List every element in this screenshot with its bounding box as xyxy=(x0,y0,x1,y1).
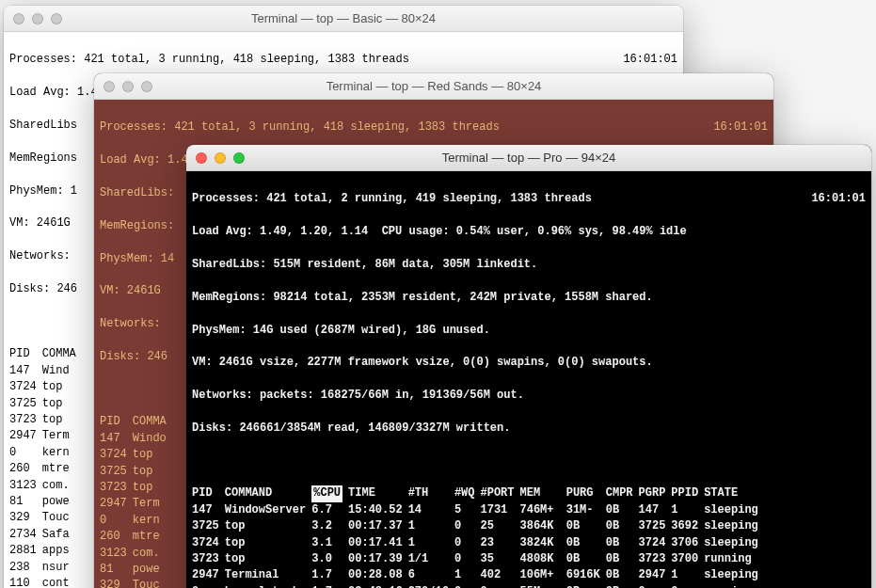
processes-line: Processes: 421 total, 3 running, 418 sle… xyxy=(9,52,409,68)
table-row: 2947Term xyxy=(9,428,82,444)
table-cell: 81 xyxy=(9,494,42,510)
table-cell: Windo xyxy=(133,431,172,447)
table-row: 3724top xyxy=(9,379,82,395)
table-cell: 0B xyxy=(606,502,639,518)
table-cell: 3.1 xyxy=(311,535,348,551)
table-cell: powe xyxy=(133,562,172,578)
process-table: PIDCOMMAND%CPUTIME#TH#WQ#PORTMEMPURGCMPR… xyxy=(192,485,764,588)
table-cell: 3864K xyxy=(520,518,566,534)
table-cell: 0 xyxy=(639,584,672,588)
table-cell: running xyxy=(704,551,764,567)
table-cell: sleeping xyxy=(704,535,764,551)
memregions-line: MemRegions: 98214 total, 2353M resident,… xyxy=(192,290,866,306)
table-cell: 2947 xyxy=(100,496,133,512)
table-cell: 106M+ xyxy=(520,567,566,583)
table-row: 260mtre xyxy=(9,461,82,477)
table-cell: 238 xyxy=(9,560,42,576)
column-header: MEM xyxy=(520,485,566,501)
table-row: 329Touc xyxy=(100,578,172,588)
table-cell: 3724 xyxy=(100,447,133,463)
titlebar[interactable]: Terminal — top — Basic — 80×24 xyxy=(4,6,683,32)
table-row: 3723top xyxy=(9,412,82,428)
table-cell: 3725 xyxy=(639,518,672,534)
table-cell: 2947 xyxy=(192,567,225,583)
traffic-lights xyxy=(104,81,152,92)
terminal-window-pro[interactable]: Terminal — top — Pro — 94×24 Processes: … xyxy=(186,145,871,588)
table-row: 81powe xyxy=(100,562,172,578)
titlebar[interactable]: Terminal — top — Red Sands — 80×24 xyxy=(94,73,773,100)
table-cell: 4808K xyxy=(520,551,566,567)
table-cell: top xyxy=(42,412,82,428)
close-icon[interactable] xyxy=(13,13,24,24)
vm-line: VM: 2461G vsize, 2277M framework vsize, … xyxy=(192,355,866,371)
table-cell: 3706 xyxy=(671,535,704,551)
table-row: 3123com. xyxy=(100,546,172,562)
table-cell: WindowServer xyxy=(225,502,311,518)
column-header: PPID xyxy=(671,485,704,501)
table-cell: 0 xyxy=(454,551,481,567)
table-cell: top xyxy=(225,518,311,534)
table-cell: 3725 xyxy=(100,464,133,480)
maximize-icon[interactable] xyxy=(233,152,245,164)
processes-line: Processes: 421 total, 3 running, 418 sle… xyxy=(100,119,500,135)
table-row: 3724top3.100:17.4110233824K0B0B37243706s… xyxy=(192,535,764,551)
table-cell: Touc xyxy=(133,578,172,588)
time-display: 16:01:01 xyxy=(713,119,768,135)
table-cell: 00:28.08 xyxy=(348,567,408,583)
window-title: Terminal — top — Basic — 80×24 xyxy=(4,11,683,25)
window-title: Terminal — top — Red Sands — 80×24 xyxy=(94,79,773,93)
window-title: Terminal — top — Pro — 94×24 xyxy=(186,151,871,165)
time-display: 16:01:01 xyxy=(623,52,677,68)
minimize-icon[interactable] xyxy=(215,152,226,164)
table-cell: 15:40.52 xyxy=(348,502,408,518)
maximize-icon[interactable] xyxy=(51,13,62,24)
table-cell: Wind xyxy=(42,363,82,379)
table-cell: nsur xyxy=(42,560,82,576)
table-cell: top xyxy=(42,396,82,412)
table-cell: 2947 xyxy=(639,567,672,583)
load-line: Load Avg: 1.49, 1.20, 1.14 CPU usage: 0.… xyxy=(192,224,866,240)
table-cell: kern xyxy=(133,513,172,529)
table-cell: 329 xyxy=(100,578,133,588)
table-row: 238nsur xyxy=(9,560,82,576)
column-header: PURG xyxy=(566,485,606,501)
table-row: 3725top xyxy=(9,396,82,412)
table-row: 147WindowServer6.715:40.521451731746M+31… xyxy=(192,502,764,518)
processes-line: Processes: 421 total, 2 running, 419 sle… xyxy=(192,191,592,207)
table-cell: 0B xyxy=(606,567,639,583)
table-cell: Terminal xyxy=(225,567,311,583)
titlebar[interactable]: Terminal — top — Pro — 94×24 xyxy=(186,145,871,171)
column-header: #PORT xyxy=(480,485,519,501)
column-header: PID xyxy=(9,346,42,362)
terminal-content[interactable]: Processes: 421 total, 2 running, 419 sle… xyxy=(186,171,871,588)
table-cell: Term xyxy=(42,428,82,444)
table-row: 3724top xyxy=(100,447,172,463)
table-cell: 0 xyxy=(454,584,481,588)
table-cell: 3824K xyxy=(520,535,566,551)
maximize-icon[interactable] xyxy=(141,81,152,92)
table-cell: 1/1 xyxy=(408,551,454,567)
minimize-icon[interactable] xyxy=(122,81,134,92)
table-row: 3123com. xyxy=(9,478,82,494)
table-cell: 25 xyxy=(480,518,519,534)
table-row: 2881apps xyxy=(9,543,82,559)
table-header-row: PIDCOMMAND%CPUTIME#TH#WQ#PORTMEMPURGCMPR… xyxy=(192,485,764,501)
table-cell: 0 xyxy=(454,535,481,551)
minimize-icon[interactable] xyxy=(32,13,43,24)
column-header: #WQ xyxy=(454,485,481,501)
table-cell: 1 xyxy=(671,567,704,583)
table-cell: 3725 xyxy=(9,396,42,412)
close-icon[interactable] xyxy=(196,152,207,164)
table-cell: Safa xyxy=(42,527,82,543)
table-cell: cont xyxy=(42,576,82,588)
table-row: 3725top3.200:17.3710253864K0B0B37253692s… xyxy=(192,518,764,534)
table-cell: 3.0 xyxy=(311,551,348,567)
close-icon[interactable] xyxy=(104,81,115,92)
table-cell: 0 xyxy=(192,584,225,588)
table-cell: 6.7 xyxy=(311,502,348,518)
traffic-lights xyxy=(13,13,62,24)
table-cell: 3724 xyxy=(9,379,42,395)
table-cell: top xyxy=(133,447,172,463)
column-header: PID xyxy=(100,414,133,430)
table-cell: com. xyxy=(133,546,172,562)
